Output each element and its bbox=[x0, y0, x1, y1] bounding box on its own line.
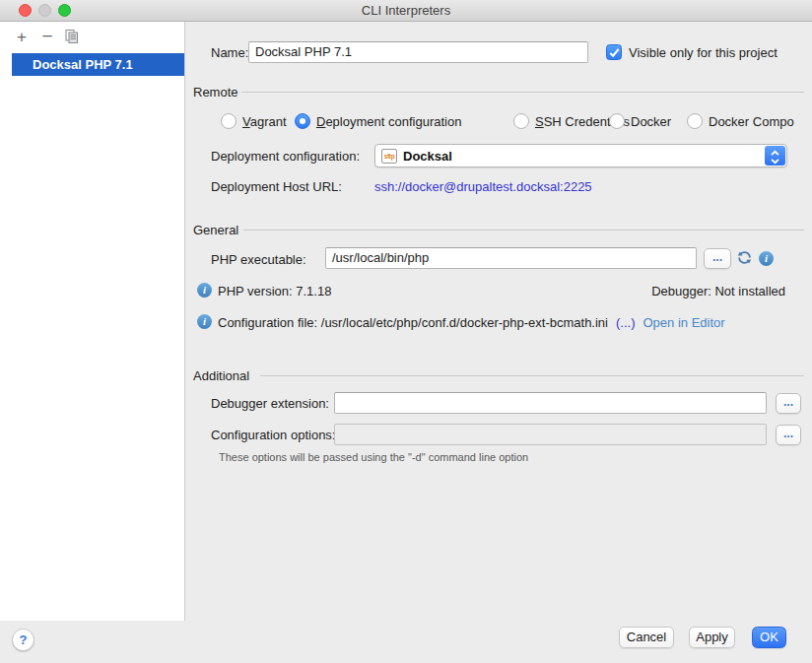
radio-docker-compose-label: Docker Compo bbox=[709, 114, 794, 129]
radio-deployment-label: Deployment configuration bbox=[316, 114, 461, 129]
deployment-configuration-value: Docksal bbox=[403, 149, 452, 164]
configuration-options-label: Configuration options: bbox=[211, 428, 335, 442]
apply-button[interactable]: Apply bbox=[689, 627, 735, 648]
info-icon: i bbox=[759, 251, 774, 266]
copy-interpreter-icon[interactable] bbox=[63, 28, 81, 45]
remote-section-divider bbox=[241, 92, 804, 93]
deployment-host-url-link[interactable]: ssh://docker@drupaltest.docksal:2225 bbox=[374, 179, 592, 194]
php-version-text: PHP version: 7.1.18 bbox=[218, 284, 331, 298]
name-input[interactable]: Docksal PHP 7.1 bbox=[248, 41, 588, 63]
list-toolbar: + − bbox=[0, 22, 184, 53]
interpreter-list-panel: + − Docksal PHP 7.1 bbox=[0, 22, 185, 622]
visible-only-checkbox[interactable] bbox=[606, 44, 622, 60]
help-button[interactable]: ? bbox=[12, 629, 34, 651]
radio-vagrant[interactable]: Vagrant bbox=[221, 112, 287, 130]
radio-selected-icon bbox=[295, 113, 310, 129]
combobox-arrows-button[interactable] bbox=[765, 146, 785, 166]
cancel-button[interactable]: Cancel bbox=[619, 627, 674, 648]
additional-section-divider bbox=[260, 375, 804, 376]
remote-section-title: Remote bbox=[193, 85, 238, 99]
radio-deployment-configuration[interactable]: Deployment configuration bbox=[295, 112, 461, 130]
additional-section-title: Additional bbox=[193, 368, 249, 383]
ok-button[interactable]: OK bbox=[752, 627, 786, 648]
configuration-options-browse-button[interactable]: ... bbox=[776, 425, 801, 445]
interpreter-list: Docksal PHP 7.1 bbox=[0, 53, 184, 76]
name-label: Name: bbox=[211, 45, 248, 60]
list-item-docksal-php[interactable]: Docksal PHP 7.1 bbox=[12, 53, 184, 76]
radio-circle-icon bbox=[609, 113, 625, 129]
cli-interpreters-dialog: CLI Interpreters + − Docksal PHP 7.1 Nam… bbox=[0, 0, 812, 663]
visible-only-checkbox-label[interactable]: Visible only for this project bbox=[629, 45, 778, 60]
general-section-divider bbox=[243, 230, 804, 231]
php-executable-browse-button[interactable]: ... bbox=[704, 248, 731, 269]
open-in-editor-link[interactable]: Open in Editor bbox=[643, 315, 724, 330]
debugger-extension-label: Debugger extension: bbox=[211, 396, 329, 411]
info-icon: i bbox=[197, 314, 212, 329]
deployment-host-url-label: Deployment Host URL: bbox=[211, 179, 342, 194]
dialog-footer: ? Cancel Apply OK bbox=[0, 621, 812, 663]
configuration-file-more-link[interactable]: (...) bbox=[616, 315, 636, 330]
php-executable-input[interactable]: /usr/local/bin/php bbox=[325, 247, 697, 269]
chevron-up-down-icon bbox=[768, 149, 782, 166]
radio-docker[interactable]: Docker bbox=[609, 112, 671, 130]
debugger-extension-input[interactable] bbox=[334, 392, 767, 414]
deployment-configuration-select[interactable]: sftp Docksal bbox=[374, 144, 787, 167]
options-hint-text: These options will be passed using the "… bbox=[219, 451, 528, 463]
debugger-status-text: Debugger: Not installed bbox=[651, 284, 785, 298]
radio-circle-icon bbox=[513, 113, 529, 129]
radio-circle-icon bbox=[221, 113, 237, 129]
radio-docker-compose[interactable]: Docker Compo bbox=[687, 112, 794, 130]
radio-vagrant-label: Vagrant bbox=[242, 114, 287, 129]
general-section-title: General bbox=[193, 223, 238, 237]
debugger-extension-browse-button[interactable]: ... bbox=[776, 393, 801, 414]
php-executable-label: PHP executable: bbox=[211, 252, 306, 267]
title-bar: CLI Interpreters bbox=[0, 0, 812, 22]
window-title: CLI Interpreters bbox=[0, 0, 812, 21]
add-interpreter-button[interactable]: + bbox=[13, 29, 31, 46]
configuration-options-input[interactable] bbox=[334, 424, 767, 445]
radio-circle-icon bbox=[687, 113, 703, 129]
configuration-file-row: Configuration file: /usr/local/etc/php/c… bbox=[218, 315, 725, 330]
sftp-server-icon: sftp bbox=[381, 149, 397, 164]
configuration-file-text: Configuration file: /usr/local/etc/php/c… bbox=[218, 315, 608, 330]
deployment-configuration-label: Deployment configuration: bbox=[211, 149, 360, 164]
info-icon: i bbox=[197, 283, 212, 298]
reload-phpinfo-icon[interactable] bbox=[736, 249, 753, 266]
remove-interpreter-button[interactable]: − bbox=[38, 29, 56, 46]
check-icon bbox=[608, 46, 621, 59]
radio-docker-label: Docker bbox=[631, 114, 671, 129]
